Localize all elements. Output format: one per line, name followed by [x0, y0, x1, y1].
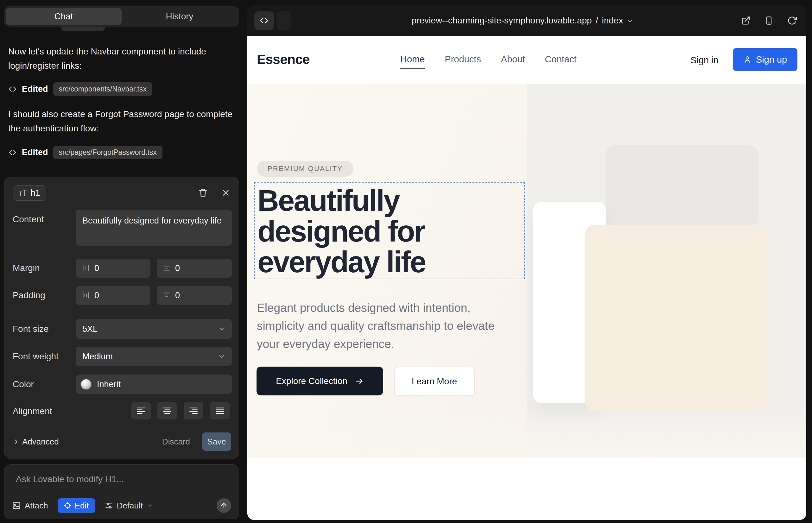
- code-icon: [8, 148, 17, 157]
- align-left-button[interactable]: [131, 402, 151, 419]
- hero-heading-line: Beautifully: [258, 184, 399, 217]
- default-label: Default: [117, 501, 143, 511]
- edit-label: Edit: [75, 501, 89, 511]
- color-select[interactable]: Inherit: [76, 375, 232, 394]
- editor-header: TT h1: [13, 184, 231, 202]
- default-model-button[interactable]: Default: [105, 501, 153, 511]
- mobile-preview-button[interactable]: [764, 16, 773, 25]
- decorative-card-gray: [606, 145, 758, 228]
- edit-mode-button[interactable]: Edit: [58, 498, 95, 513]
- align-center-button[interactable]: [157, 402, 177, 419]
- margin-y-input[interactable]: 0: [157, 259, 232, 278]
- chat-history-tabs: Chat History: [4, 6, 239, 26]
- nav-link-home[interactable]: Home: [400, 54, 425, 69]
- save-button[interactable]: Save: [202, 432, 231, 451]
- margin-vertical-icon: [162, 264, 171, 272]
- attach-label: Attach: [25, 501, 48, 511]
- person-icon: [743, 55, 752, 64]
- preview-path: index: [602, 16, 623, 26]
- margin-x-value: 0: [94, 264, 99, 273]
- sign-up-label: Sign up: [756, 54, 787, 65]
- image-icon: [12, 501, 21, 510]
- alignment-buttons: [131, 402, 230, 419]
- code-view-button[interactable]: [254, 12, 274, 30]
- margin-y-value: 0: [175, 264, 180, 273]
- learn-more-button[interactable]: Learn More: [394, 366, 475, 396]
- site-nav-links: Home Products About Contact: [400, 54, 577, 69]
- padding-x-value: 0: [94, 291, 99, 301]
- padding-y-input[interactable]: 0: [157, 286, 232, 305]
- prompt-box: Attach Edit Default: [4, 465, 239, 519]
- file-chip[interactable]: src/pages/ForgotPassword.tsx: [53, 146, 162, 159]
- padding-label: Padding: [13, 290, 45, 301]
- editor-footer: Advanced Discard Save: [13, 432, 231, 451]
- url-bar[interactable]: preview--charming-site-symphony.lovable.…: [412, 16, 633, 26]
- explore-collection-label: Explore Collection: [276, 376, 348, 386]
- advanced-toggle[interactable]: Advanced: [13, 437, 59, 447]
- arrow-up-icon: [220, 502, 228, 509]
- app: Chat History Now let's update the Navbar…: [0, 0, 812, 523]
- margin-horizontal-icon: [82, 264, 90, 272]
- margin-x-input[interactable]: 0: [76, 259, 151, 278]
- close-editor-button[interactable]: [221, 188, 231, 198]
- color-label: Color: [13, 379, 34, 390]
- tab-history[interactable]: History: [122, 8, 237, 25]
- hero-heading-line: everyday life: [258, 245, 426, 278]
- color-value: Inherit: [97, 380, 121, 390]
- align-right-button[interactable]: [184, 402, 203, 419]
- hero-paragraph: Elegant products designed with intention…: [257, 299, 516, 353]
- discard-button[interactable]: Discard: [162, 437, 190, 447]
- font-size-label: Font size: [13, 324, 49, 334]
- send-button[interactable]: [217, 498, 231, 513]
- chat-message: Now let's update the Navbar component to…: [8, 44, 235, 73]
- padding-y-value: 0: [175, 291, 180, 301]
- toolbar-secondary-button[interactable]: [277, 12, 291, 30]
- delete-element-button[interactable]: [198, 188, 208, 198]
- chevron-down-icon: [627, 18, 633, 24]
- nav-link-products[interactable]: Products: [445, 54, 481, 69]
- chat-sidebar: Chat History Now let's update the Navbar…: [0, 0, 246, 523]
- refresh-button[interactable]: [787, 16, 797, 25]
- open-in-new-tab-button[interactable]: [741, 16, 751, 25]
- chevron-down-icon: [218, 353, 226, 360]
- site-navbar: Essence Home Products About Contact Sign…: [247, 36, 806, 84]
- alignment-label: Alignment: [13, 406, 52, 416]
- element-tag-pill: TT h1: [13, 185, 46, 201]
- sliders-icon: [105, 502, 113, 510]
- preview-toolbar: preview--charming-site-symphony.lovable.…: [247, 5, 806, 36]
- arrow-right-icon: [355, 377, 364, 385]
- site-logo: Essence: [257, 52, 310, 67]
- toolbar-actions: [741, 16, 797, 25]
- explore-collection-button[interactable]: Explore Collection: [257, 366, 383, 395]
- margin-label: Margin: [13, 263, 40, 273]
- edited-file-row: Edited src/pages/ForgotPassword.tsx: [8, 146, 162, 159]
- premium-quality-badge: PREMIUM QUALITY: [257, 161, 353, 177]
- font-weight-value: Medium: [82, 352, 113, 362]
- chevron-down-icon: [147, 502, 153, 509]
- prompt-input[interactable]: [16, 474, 228, 494]
- edited-file-row: Edited src/components/Navbar.tsx: [8, 82, 152, 96]
- chevron-right-icon: [13, 438, 20, 445]
- selected-h1-element[interactable]: Beautifully designed for everyday life: [254, 182, 525, 279]
- font-weight-select[interactable]: Medium: [76, 347, 232, 366]
- typography-icon: TT: [19, 188, 28, 198]
- advanced-label: Advanced: [22, 437, 59, 447]
- font-size-select[interactable]: 5XL: [76, 319, 232, 339]
- hero-heading-line: designed for: [258, 215, 425, 248]
- padding-x-input[interactable]: 0: [76, 286, 151, 305]
- code-icon: [259, 16, 269, 25]
- code-icon: [8, 85, 17, 93]
- edited-label: Edited: [22, 84, 48, 94]
- content-input[interactable]: Beautifully designed for everyday life: [76, 210, 232, 246]
- align-justify-button[interactable]: [210, 402, 230, 419]
- decorative-card-beige: [585, 225, 769, 411]
- sign-in-button[interactable]: Sign in: [690, 55, 719, 66]
- font-weight-label: Font weight: [13, 351, 58, 362]
- color-swatch: [81, 379, 92, 390]
- tab-chat[interactable]: Chat: [6, 8, 122, 25]
- attach-button[interactable]: Attach: [12, 501, 48, 511]
- nav-link-about[interactable]: About: [501, 54, 525, 69]
- sign-up-button[interactable]: Sign up: [733, 48, 797, 71]
- nav-link-contact[interactable]: Contact: [545, 54, 577, 69]
- file-chip[interactable]: src/components/Navbar.tsx: [53, 82, 152, 96]
